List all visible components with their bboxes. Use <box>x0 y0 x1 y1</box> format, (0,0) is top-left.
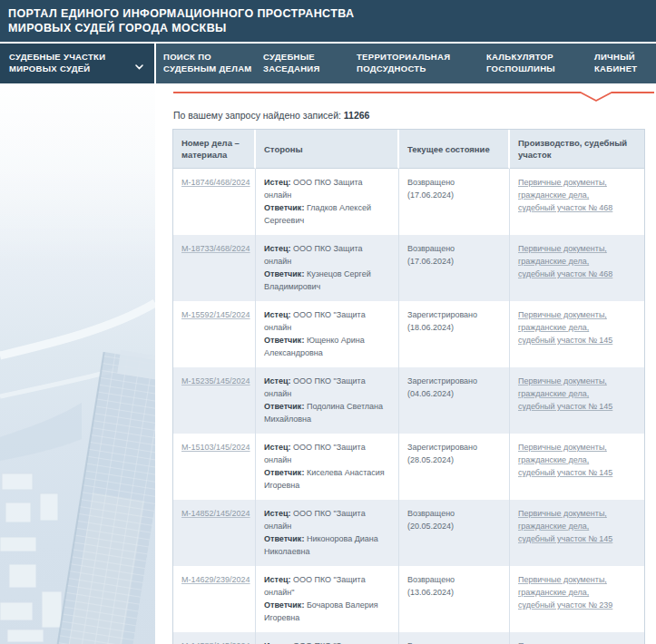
active-tab-accent-line <box>172 91 656 103</box>
nav-item-territorial-jurisdiction[interactable]: ТЕРРИТОРИАЛЬНАЯ ПОДСУДНОСТЬ <box>349 44 479 83</box>
plaintiff-label: Истец: <box>264 443 290 452</box>
results-count-line: По вашему запросу найдено записей: 11266 <box>173 110 656 121</box>
case-status: Зарегистрировано (18.06.2024) <box>407 310 477 332</box>
case-status: Зарегистрировано (28.05.2024) <box>407 443 477 464</box>
results-count-value: 11266 <box>344 110 370 121</box>
case-number-link[interactable]: М-15103/145/2024 <box>181 443 250 452</box>
table-row: М-15592/145/2024 Истец: ООО ПКО "Защита … <box>173 301 644 367</box>
table-row: М-18733/468/2024 Истец: ООО ПКО Защита о… <box>173 235 644 301</box>
search-results-section: По вашему запросу найдено записей: 11266… <box>172 83 656 644</box>
site-title-line1: ПОРТАЛ ЕДИНОГО ИНФОРМАЦИОННОГО ПРОСТРАНС… <box>8 6 647 21</box>
defendant-label: Ответчик: <box>264 402 304 411</box>
city-aerial-background-image <box>0 83 155 644</box>
nav-item-personal-account[interactable]: ЛИЧНЫЙ КАБИНЕТ <box>587 44 656 83</box>
nav-item-case-search[interactable]: ПОИСК ПО СУДЕБНЫМ ДЕЛАМ <box>156 44 256 83</box>
column-header-current-status: Текущее состояние <box>399 130 510 169</box>
site-header: ПОРТАЛ ЕДИНОГО ИНФОРМАЦИОННОГО ПРОСТРАНС… <box>0 0 656 42</box>
results-table-body: М-18746/468/2024 Истец: ООО ПКО Защита о… <box>173 169 644 644</box>
table-row: М-14852/145/2024 Истец: ООО ПКО "Защита … <box>173 500 644 566</box>
production-district-link[interactable]: Первичные документы, гражданские дела, с… <box>518 443 612 477</box>
case-number-link[interactable]: М-15235/145/2024 <box>181 376 250 385</box>
column-header-case-number: Номер дела – материала <box>173 130 256 169</box>
case-status: Возвращено (17.06.2024) <box>407 178 455 200</box>
table-header-row: Номер дела – материала Стороны Текущее с… <box>173 130 644 169</box>
site-title-line2: МИРОВЫХ СУДЕЙ ГОРОДА МОСКВЫ <box>8 21 647 35</box>
case-status: Возвращено (17.06.2024) <box>407 244 455 266</box>
chevron-down-icon <box>135 62 143 83</box>
defendant-label: Ответчик: <box>264 468 304 477</box>
case-number-link[interactable]: М-14852/145/2024 <box>181 509 250 518</box>
production-district-link[interactable]: Первичные документы, гражданские дела, с… <box>518 575 612 610</box>
production-district-link[interactable]: Первичные документы, гражданские дела, с… <box>518 376 612 411</box>
main-nav: СУДЕБНЫЕ УЧАСТКИ МИРОВЫХ СУДЕЙ ПОИСК ПО … <box>0 44 656 83</box>
nav-label: СУДЕБНЫЕ УЧАСТКИ МИРОВЫХ СУДЕЙ <box>9 52 105 83</box>
defendant-label: Ответчик: <box>264 203 304 212</box>
table-row: М-15103/145/2024 Истец: ООО ПКО "Защита … <box>173 434 644 500</box>
defendant-label: Ответчик: <box>264 600 304 610</box>
defendant-label: Ответчик: <box>264 534 304 543</box>
defendant-label: Ответчик: <box>264 336 304 345</box>
column-header-parties: Стороны <box>256 130 399 169</box>
production-district-link[interactable]: Первичные документы, гражданские дела, с… <box>518 310 612 345</box>
production-district-link[interactable]: Первичные документы, гражданские дела, с… <box>518 244 612 278</box>
case-status: Возвращено (13.06.2024) <box>407 575 455 597</box>
case-status: Возвращено (20.05.2024) <box>407 509 455 531</box>
table-row: М-14588/145/2024 Истец: ООО ПКО "Защита … <box>173 632 644 644</box>
case-number-link[interactable]: М-14629/239/2024 <box>181 575 250 584</box>
table-row: М-14629/239/2024 Истец: ООО ПКО "Защита … <box>173 566 644 632</box>
results-count-label: По вашему запросу найдено записей: <box>173 110 341 121</box>
case-number-link[interactable]: М-15592/145/2024 <box>181 310 250 319</box>
plaintiff-label: Истец: <box>264 178 290 187</box>
production-district-link[interactable]: Первичные документы, гражданские дела, с… <box>518 178 612 212</box>
results-table: Номер дела – материала Стороны Текущее с… <box>172 129 645 644</box>
column-header-production-district: Производство, судебный участок <box>510 130 644 169</box>
table-row: М-15235/145/2024 Истец: ООО ПКО "Защита … <box>173 367 644 434</box>
plaintiff-label: Истец: <box>264 244 290 253</box>
case-number-link[interactable]: М-18746/468/2024 <box>181 178 250 187</box>
defendant-label: Ответчик: <box>264 269 304 278</box>
portal-page: ПОРТАЛ ЕДИНОГО ИНФОРМАЦИОННОГО ПРОСТРАНС… <box>0 0 656 644</box>
case-number-link[interactable]: М-18733/468/2024 <box>181 244 250 253</box>
production-district-link[interactable]: Первичные документы, гражданские дела, с… <box>518 509 612 543</box>
plaintiff-label: Истец: <box>264 575 290 584</box>
nav-item-court-sessions[interactable]: СУДЕБНЫЕ ЗАСЕДАНИЯ <box>256 44 349 83</box>
table-row: М-18746/468/2024 Истец: ООО ПКО Защита о… <box>173 169 644 235</box>
nav-item-fee-calculator[interactable]: КАЛЬКУЛЯТОР ГОСПОШЛИНЫ <box>479 44 587 83</box>
nav-item-court-districts[interactable]: СУДЕБНЫЕ УЧАСТКИ МИРОВЫХ СУДЕЙ <box>0 44 154 83</box>
plaintiff-label: Истец: <box>264 509 290 518</box>
plaintiff-label: Истец: <box>264 310 290 319</box>
case-status: Зарегистрировано (04.06.2024) <box>407 376 477 398</box>
plaintiff-label: Истец: <box>264 376 290 385</box>
